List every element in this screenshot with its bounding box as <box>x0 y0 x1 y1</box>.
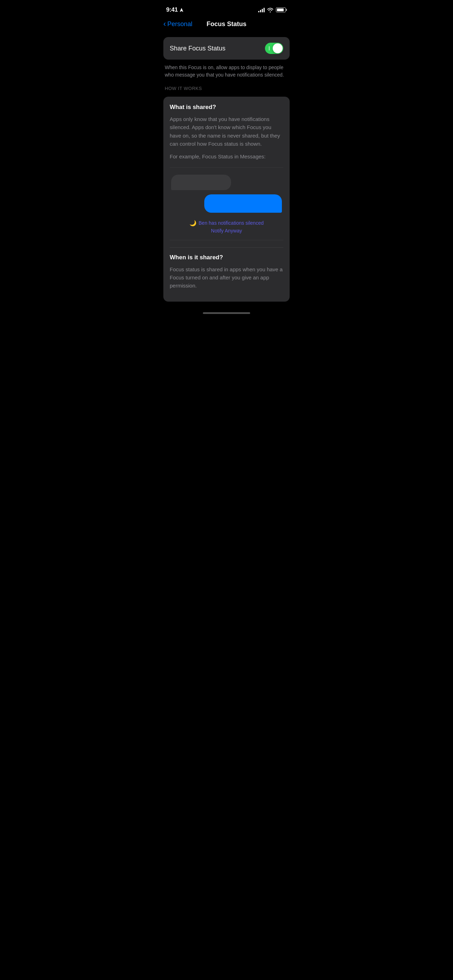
what-is-shared-section: What is shared? Apps only know that you … <box>170 104 283 240</box>
status-time: 9:41 <box>166 6 178 13</box>
when-is-it-shared-section: When is it shared? Focus status is share… <box>170 247 283 290</box>
message-bubbles-demo: 🌙 Ben has notifications silenced Notify … <box>170 167 283 240</box>
notify-anyway-link[interactable]: Notify Anyway <box>211 228 242 234</box>
focus-status-line: 🌙 Ben has notifications silenced <box>189 220 264 226</box>
home-indicator <box>203 312 250 314</box>
what-is-shared-body: Apps only know that you have notificatio… <box>170 115 283 148</box>
description-text: When this Focus is on, allow apps to dis… <box>163 64 290 79</box>
main-content: Share Focus Status When this Focus is on… <box>158 33 295 302</box>
chevron-left-icon: ‹ <box>163 20 166 28</box>
status-icons <box>258 7 287 12</box>
info-card: What is shared? Apps only know that you … <box>163 97 290 302</box>
toggle-label: Share Focus Status <box>170 45 226 52</box>
how-it-works-header: HOW IT WORKS <box>163 86 290 91</box>
incoming-bubble <box>171 175 231 190</box>
battery-icon <box>276 7 287 12</box>
when-is-it-shared-body: Focus status is shared in apps when you … <box>170 265 283 290</box>
toggle-knob <box>273 43 283 53</box>
moon-icon: 🌙 <box>189 220 197 226</box>
focus-status-text: Ben has notifications silenced <box>199 220 264 226</box>
back-label: Personal <box>167 21 192 28</box>
when-is-it-shared-title: When is it shared? <box>170 254 283 261</box>
back-button[interactable]: ‹ Personal <box>163 21 192 28</box>
bubble-row-left <box>171 175 282 190</box>
share-focus-status-row: Share Focus Status <box>163 37 290 60</box>
location-arrow-icon <box>180 8 183 12</box>
example-label: For example, Focus Status in Messages: <box>170 153 283 161</box>
toggle-pipe-icon <box>269 46 270 51</box>
nav-header: ‹ Personal Focus Status <box>158 18 295 33</box>
focus-status-notice: 🌙 Ben has notifications silenced Notify … <box>171 218 282 236</box>
wifi-icon <box>267 8 273 12</box>
outgoing-bubble <box>204 194 282 213</box>
status-bar: 9:41 <box>158 0 295 18</box>
share-focus-toggle[interactable] <box>265 43 283 54</box>
what-is-shared-title: What is shared? <box>170 104 283 111</box>
signal-bars-icon <box>258 7 265 12</box>
bubble-row-right <box>171 194 282 213</box>
page-title: Focus Status <box>207 21 246 28</box>
